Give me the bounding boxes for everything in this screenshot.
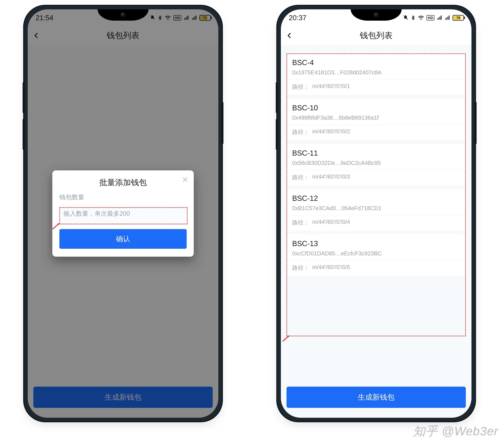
wallet-path: m/44'/60'/0'/0/3 <box>312 174 350 181</box>
phone-right: 20:37 HD 78 <box>277 6 475 421</box>
wallet-address: 0xcCfD01DAD85…eEcfcF3c923BC <box>292 250 460 257</box>
volume-up-button <box>276 82 278 113</box>
power-button <box>221 102 223 144</box>
wallet-card[interactable]: BSC-100x498f6fdF3a36…6b8eB69136a1f路径：m/4… <box>287 98 466 140</box>
wallet-name: BSC-4 <box>292 58 460 67</box>
wallet-path: m/44'/60'/0'/0/1 <box>312 83 350 91</box>
modal-title: 批量添加钱包 <box>59 177 187 188</box>
volume-up-button <box>23 82 25 113</box>
bottom-bar: 生成新钱包 <box>281 382 471 418</box>
generate-wallet-button[interactable]: 生成新钱包 <box>287 387 466 408</box>
battery-icon: 78 <box>452 15 465 21</box>
wallet-path: m/44'/60'/0'/0/2 <box>312 128 350 136</box>
wallet-path: m/44'/60'/0'/0/4 <box>312 219 350 227</box>
wallet-path-row: 路径：m/44'/60'/0'/0/2 <box>292 128 460 136</box>
battery-level: 78 <box>456 16 460 20</box>
bell-mute-icon <box>403 15 408 21</box>
wallet-path-label: 路径： <box>292 264 309 272</box>
wallet-path-label: 路径： <box>292 174 309 181</box>
wallet-card[interactable]: BSC-110x56cB30D32De…9eDC2cA4Bc95路径：m/44'… <box>287 144 466 185</box>
bluetooth-icon <box>411 15 415 21</box>
wallet-card[interactable]: BSC-120xB1C57e3CAd0…054eFd718CD1路径：m/44'… <box>287 189 466 231</box>
divider <box>287 125 466 125</box>
modal-field-label: 钱包数量 <box>59 193 187 201</box>
wallet-card[interactable]: BSC-40x1975E4181D3…F028d02407c8A路径：m/44'… <box>287 53 466 95</box>
wallet-address: 0x56cB30D32De…9eDC2cA4Bc95 <box>292 160 460 166</box>
modal-close-button[interactable] <box>181 176 189 184</box>
page-title: 钱包列表 <box>360 30 393 41</box>
page-content: BSC-40x1975E4181D3…F028d02407c8A路径：m/44'… <box>281 45 471 418</box>
hd-icon: HD <box>427 15 434 20</box>
wallet-address: 0x498f6fdF3a36…6b8eB69136a1f <box>292 115 460 121</box>
wallet-count-input[interactable] <box>59 206 187 221</box>
wallet-path-label: 路径： <box>292 219 309 227</box>
wallet-path-label: 路径： <box>292 83 309 91</box>
signal-1-icon <box>437 15 442 21</box>
phone-left: 21:54 HD 71 <box>24 6 222 421</box>
divider <box>287 260 466 261</box>
wallet-list[interactable]: BSC-40x1975E4181D3…F028d02407c8A路径：m/44'… <box>281 45 471 285</box>
wallet-name: BSC-10 <box>292 104 460 112</box>
status-icons: HD 78 <box>403 15 465 21</box>
wifi-icon <box>418 15 424 21</box>
watermark: 知乎 @Web3er <box>413 423 498 440</box>
divider <box>287 215 466 215</box>
wallet-card[interactable]: BSC-130xcCfD01DAD85…eEcfcF3c923BC路径：m/44… <box>287 234 466 276</box>
wallet-path: m/44'/60'/0'/0/5 <box>312 264 350 272</box>
screen-right: 20:37 HD 78 <box>281 9 471 418</box>
volume-down-button <box>276 119 278 150</box>
page-header: 钱包列表 <box>281 26 471 45</box>
status-time: 20:37 <box>287 14 306 22</box>
wallet-address: 0xB1C57e3CAd0…054eFd718CD1 <box>292 205 460 211</box>
volume-down-button <box>23 119 25 150</box>
wallet-path-row: 路径：m/44'/60'/0'/0/3 <box>292 174 460 181</box>
wallet-address: 0x1975E4181D3…F028d02407c8A <box>292 69 460 76</box>
power-button <box>475 102 477 144</box>
chevron-left-icon <box>286 32 293 39</box>
wallet-name: BSC-12 <box>292 194 460 202</box>
wallet-path-label: 路径： <box>292 128 309 136</box>
wallet-path-row: 路径：m/44'/60'/0'/0/5 <box>292 264 460 272</box>
wallet-path-row: 路径：m/44'/60'/0'/0/4 <box>292 219 460 227</box>
wallet-name: BSC-11 <box>292 149 460 157</box>
close-icon <box>181 176 189 183</box>
wallet-path-row: 路径：m/44'/60'/0'/0/1 <box>292 83 460 91</box>
signal-2-icon <box>445 15 450 21</box>
divider <box>287 170 466 170</box>
bulk-add-modal: 批量添加钱包 钱包数量 确认 <box>52 170 194 257</box>
screen-left: 21:54 HD 71 <box>28 9 218 418</box>
modal-confirm-button[interactable]: 确认 <box>59 229 187 249</box>
back-button[interactable] <box>285 31 294 40</box>
divider <box>287 79 466 80</box>
wallet-name: BSC-13 <box>292 239 460 248</box>
